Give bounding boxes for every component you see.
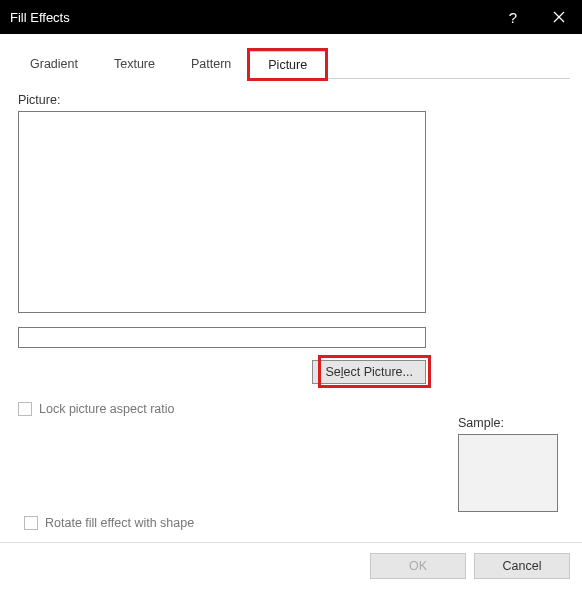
sample-preview — [458, 434, 558, 512]
sample-label: Sample: — [458, 416, 558, 430]
dialog-content: Gradient Texture Pattern Picture Picture… — [0, 34, 582, 542]
rotate-checkbox[interactable] — [24, 516, 38, 530]
picture-panel: Picture: Select Picture... Lock picture … — [12, 79, 570, 542]
lock-aspect-checkbox[interactable] — [18, 402, 32, 416]
ok-button[interactable]: OK — [370, 553, 466, 579]
picture-label: Picture: — [18, 93, 564, 107]
help-button[interactable]: ? — [490, 0, 536, 34]
titlebar: Fill Effects ? — [0, 0, 582, 34]
sample-area: Sample: — [458, 416, 558, 512]
tab-gradient[interactable]: Gradient — [12, 51, 96, 79]
close-icon — [553, 11, 565, 23]
rotate-checkbox-row[interactable]: Rotate fill effect with shape — [24, 516, 194, 530]
tab-picture[interactable]: Picture — [249, 51, 326, 79]
select-picture-wrap: Select Picture... — [18, 360, 426, 384]
select-picture-button[interactable]: Select Picture... — [312, 360, 426, 384]
select-picture-txt-pre: Se — [325, 365, 340, 379]
tabstrip: Gradient Texture Pattern Picture — [12, 50, 570, 79]
picture-filename-field — [18, 327, 426, 348]
tab-pattern[interactable]: Pattern — [173, 51, 249, 79]
cancel-button[interactable]: Cancel — [474, 553, 570, 579]
lock-aspect-checkbox-row[interactable]: Lock picture aspect ratio — [18, 402, 564, 416]
rotate-label: Rotate fill effect with shape — [45, 516, 194, 530]
select-picture-txt-post: ect Picture... — [344, 365, 413, 379]
dialog-footer: OK Cancel — [0, 542, 582, 589]
lock-aspect-label: Lock picture aspect ratio — [39, 402, 175, 416]
window-title: Fill Effects — [10, 10, 490, 25]
lower-area: Sample: Rotate fill effect with shape — [18, 416, 564, 536]
close-button[interactable] — [536, 0, 582, 34]
tab-texture[interactable]: Texture — [96, 51, 173, 79]
picture-preview — [18, 111, 426, 313]
